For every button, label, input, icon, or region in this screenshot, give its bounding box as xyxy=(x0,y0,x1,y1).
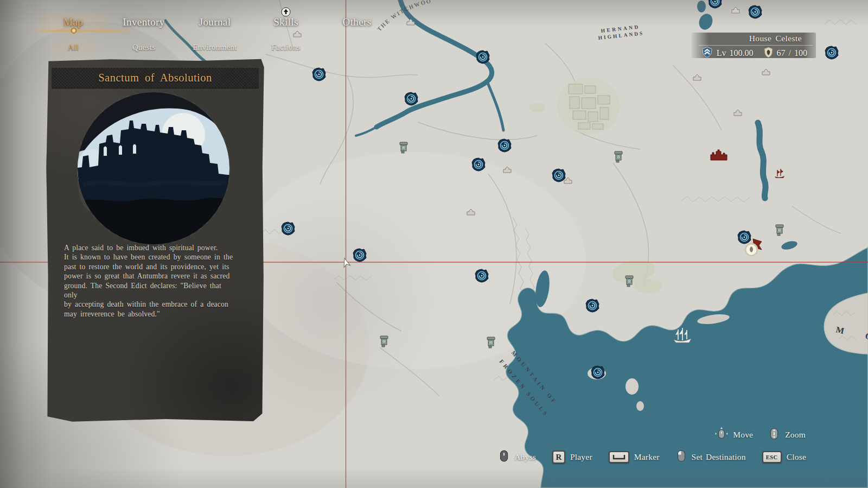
level-label: Lv xyxy=(717,48,726,58)
fast-travel-waypoint-icon[interactable] xyxy=(312,67,326,81)
enemy-fort-icon[interactable] xyxy=(710,148,728,161)
location-description: A place said to be imbued with spiritual… xyxy=(64,243,237,319)
sketch-building-icon xyxy=(292,30,302,37)
fast-travel-waypoint-icon[interactable] xyxy=(585,299,599,313)
outpost-gate-icon[interactable] xyxy=(774,223,785,236)
tab-journal[interactable]: Journal xyxy=(199,16,231,28)
hint-player-label: Player xyxy=(570,452,592,462)
player-status-panel: House Celeste Lv 100.00 67 / 100 xyxy=(691,33,816,58)
hint-close: ESC Close xyxy=(762,451,806,463)
hint-zoom: Zoom xyxy=(768,427,806,443)
house-crest-marker[interactable] xyxy=(741,237,765,261)
sketch-building-icon xyxy=(502,166,512,173)
fast-travel-waypoint-icon[interactable] xyxy=(353,248,367,262)
outpost-gate-icon[interactable] xyxy=(624,274,635,287)
control-hints-row2: Abyss R Player Marker Set Destination ES… xyxy=(499,449,806,465)
subtab-all[interactable]: All xyxy=(68,43,79,52)
key-esc: ESC xyxy=(762,451,782,463)
player-position-icon xyxy=(339,256,353,270)
fast-travel-waypoint-icon[interactable] xyxy=(281,221,295,236)
sketch-building-icon xyxy=(692,73,702,81)
sketch-building-icon xyxy=(733,109,743,116)
fast-travel-waypoint-icon[interactable] xyxy=(708,0,722,9)
tab-skills[interactable]: Skills xyxy=(273,16,298,28)
sketch-building-icon xyxy=(406,18,416,26)
hint-marker: Marker xyxy=(609,451,660,463)
subtab-quests[interactable]: Quests xyxy=(132,43,156,52)
hint-set-destination: Set Destination xyxy=(676,449,746,465)
house-emblem-icon xyxy=(701,46,713,60)
sketch-building-icon xyxy=(466,208,476,216)
fast-travel-waypoint-icon[interactable] xyxy=(471,157,486,172)
sketch-building-icon xyxy=(761,68,771,75)
status-divider xyxy=(699,45,813,46)
hint-move-label: Move xyxy=(733,430,753,440)
hint-abyss: Abyss xyxy=(499,449,536,465)
castle-ruin-painting xyxy=(72,92,235,246)
sketch-building-icon xyxy=(731,6,741,14)
tab-others[interactable]: Others xyxy=(342,16,371,28)
enemy-ship-icon[interactable] xyxy=(773,168,786,180)
outpost-gate-icon[interactable] xyxy=(613,150,624,163)
level-value: 100.00 xyxy=(730,48,754,58)
shield-crest-icon xyxy=(763,47,774,60)
hint-close-label: Close xyxy=(787,452,806,462)
fast-travel-waypoint-icon[interactable] xyxy=(748,5,762,19)
fast-travel-waypoint-icon[interactable] xyxy=(591,365,605,379)
house-name: House Celeste xyxy=(749,34,802,43)
hint-zoom-label: Zoom xyxy=(785,430,806,440)
hint-set-destination-label: Set Destination xyxy=(692,452,746,462)
hint-abyss-label: Abyss xyxy=(514,452,536,462)
mouse-middle-icon xyxy=(499,449,509,465)
ship-icon xyxy=(671,326,694,345)
fast-travel-waypoint-icon[interactable] xyxy=(404,92,418,106)
spacebar-icon xyxy=(609,451,629,463)
subtab-factions[interactable]: Factions xyxy=(271,43,300,52)
outpost-gate-icon[interactable] xyxy=(398,141,409,154)
location-panel-header: Sanctum of Absolution xyxy=(52,68,259,88)
fast-travel-waypoint-icon[interactable] xyxy=(475,269,489,283)
tab-inventory[interactable]: Inventory xyxy=(123,16,164,28)
location-title: Sanctum of Absolution xyxy=(98,72,212,84)
mouse-left-icon xyxy=(676,449,687,465)
subtab-environment[interactable]: Environment xyxy=(193,43,237,52)
outpost-gate-icon[interactable] xyxy=(486,335,496,348)
key-r: R xyxy=(552,451,565,464)
fast-travel-waypoint-icon[interactable] xyxy=(497,138,512,153)
progress-value: 67 / 100 xyxy=(777,48,807,58)
mouse-move-icon xyxy=(715,427,728,442)
fast-travel-waypoint-icon[interactable] xyxy=(825,46,839,60)
fast-travel-waypoint-icon[interactable] xyxy=(476,50,490,64)
tab-map[interactable]: Map xyxy=(63,16,83,28)
location-info-panel: Sanctum of Absolution A place said to be… xyxy=(46,59,264,422)
hint-player: R Player xyxy=(552,451,592,464)
hint-move: Move xyxy=(715,427,753,442)
outpost-gate-icon[interactable] xyxy=(379,334,390,347)
hint-marker-label: Marker xyxy=(634,452,660,462)
control-hints-row1: Move Zoom xyxy=(715,427,806,443)
sketch-building-icon xyxy=(563,176,573,184)
mouse-scroll-icon xyxy=(768,427,780,443)
